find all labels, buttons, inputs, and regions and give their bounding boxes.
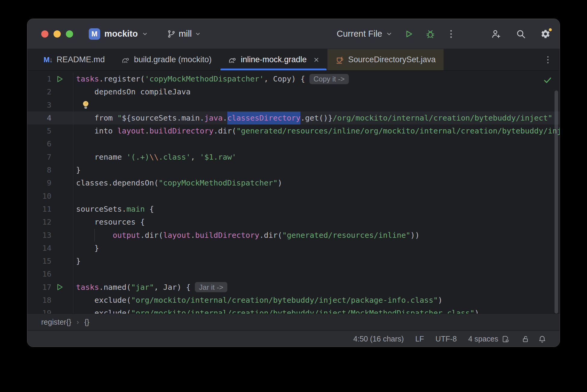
code-line[interactable]: 12 resources { [27, 216, 560, 228]
code-text[interactable]: } [73, 255, 560, 268]
close-tab-button[interactable] [313, 57, 320, 63]
code-line[interactable]: 17tasks.named("jar", Jar) {Jar it -> [27, 281, 560, 294]
code-text[interactable]: resources { [73, 216, 560, 228]
line-number[interactable]: 9 [27, 176, 51, 189]
breadcrumb-item[interactable]: {} [84, 318, 89, 326]
code-line[interactable]: 11sourceSets.main { [27, 203, 560, 216]
indent-widget[interactable]: 4 spaces [468, 335, 498, 343]
line-number[interactable]: 14 [27, 242, 51, 255]
gutter[interactable] [51, 242, 73, 255]
code-line[interactable]: 15} [27, 255, 560, 268]
gutter[interactable] [51, 203, 73, 216]
tab-inline-mock-gradle[interactable]: inline-mock.gradle [220, 49, 327, 70]
inlay-hint-button[interactable]: Copy it -> [309, 74, 349, 84]
code-line[interactable]: 6 [27, 137, 560, 150]
project-selector[interactable]: M mockito [89, 28, 148, 40]
more-actions-button[interactable] [447, 29, 455, 38]
line-number[interactable]: 10 [27, 190, 51, 203]
code-text[interactable]: } [73, 242, 560, 255]
line-ending-widget[interactable]: LF [415, 335, 424, 343]
line-number[interactable]: 17 [27, 281, 51, 294]
code-style-settings-button[interactable] [501, 335, 510, 343]
search-everywhere-button[interactable] [516, 29, 526, 39]
gutter[interactable] [51, 164, 73, 176]
breadcrumb-item[interactable]: register{} [41, 318, 71, 326]
gutter[interactable] [51, 85, 73, 98]
code-line[interactable]: 13 output.dir(layout.buildDirectory.dir(… [27, 229, 560, 242]
line-number[interactable]: 8 [27, 164, 51, 176]
code-line[interactable]: 9classes.dependsOn("copyMockMethodDispat… [27, 176, 560, 189]
line-number[interactable]: 16 [27, 268, 51, 280]
code-text[interactable]: from "${sourceSets.main.java.classesDire… [73, 112, 560, 124]
code-line[interactable]: 10 [27, 190, 560, 203]
close-window-button[interactable] [41, 30, 48, 38]
code-text[interactable]: output.dir(layout.buildDirectory.dir("ge… [73, 229, 560, 242]
code-line[interactable]: 2 dependsOn compileJava [27, 85, 560, 98]
notifications-button[interactable] [538, 335, 546, 343]
code-text[interactable]: dependsOn compileJava [73, 85, 560, 98]
inspections-ok-icon[interactable] [543, 75, 552, 85]
line-number[interactable]: 6 [27, 137, 51, 150]
line-number[interactable]: 19 [27, 307, 51, 314]
line-number[interactable]: 11 [27, 203, 51, 216]
caret-position-widget[interactable]: 4:50 (16 chars) [353, 335, 404, 343]
run-configuration-selector[interactable]: Current File [337, 29, 393, 39]
gutter[interactable] [51, 255, 73, 268]
maximize-window-button[interactable] [66, 30, 73, 38]
line-number[interactable]: 2 [27, 85, 51, 98]
code-line[interactable]: 16 [27, 268, 560, 280]
code-line[interactable]: 4 from "${sourceSets.main.java.classesDi… [27, 112, 560, 124]
minimize-window-button[interactable] [54, 30, 61, 38]
line-number[interactable]: 12 [27, 216, 51, 228]
run-line-icon[interactable] [56, 283, 63, 291]
debug-button[interactable] [426, 29, 435, 39]
tab-sourcedirectoryset-java[interactable]: SourceDirectorySet.java [327, 49, 444, 70]
code-line[interactable]: 7 rename '(.+)\\.class', '$1.raw' [27, 151, 560, 164]
code-line[interactable]: 5 into layout.buildDirectory.dir("genera… [27, 124, 560, 137]
run-line-icon[interactable] [56, 75, 63, 83]
add-user-button[interactable] [491, 29, 501, 39]
code-line[interactable]: 14 } [27, 242, 560, 255]
readonly-toggle-button[interactable] [521, 335, 530, 343]
line-number[interactable]: 1 [27, 72, 51, 85]
gutter[interactable] [51, 72, 73, 85]
code-text[interactable] [73, 100, 560, 110]
vcs-branch-selector[interactable]: mill [167, 29, 201, 39]
tab-build-gradle[interactable]: build.gradle (mockito) [113, 49, 220, 70]
code-text[interactable]: tasks.named("jar", Jar) {Jar it -> [73, 281, 560, 294]
gutter[interactable] [51, 112, 73, 124]
code-text[interactable]: } [73, 164, 560, 176]
run-button[interactable] [404, 29, 413, 38]
gutter[interactable] [51, 294, 73, 307]
gutter[interactable] [51, 99, 73, 112]
code-text[interactable]: exclude("org/mockito/internal/creation/b… [73, 294, 560, 307]
gutter[interactable] [51, 281, 73, 294]
gutter[interactable] [51, 216, 73, 228]
gutter[interactable] [51, 176, 73, 189]
line-number[interactable]: 13 [27, 229, 51, 242]
code-line[interactable]: 1tasks.register('copyMockMethodDispatche… [27, 72, 560, 85]
tab-options-button[interactable] [545, 56, 551, 64]
tab-readme[interactable]: M↓ README.md [36, 49, 113, 70]
code-line[interactable]: 19 exclude("org/mockito/internal/creatio… [27, 307, 560, 314]
code-text[interactable]: sourceSets.main { [73, 203, 560, 216]
line-number[interactable]: 5 [27, 124, 51, 137]
gutter[interactable] [51, 307, 73, 314]
gutter[interactable] [51, 151, 73, 164]
gutter[interactable] [51, 124, 73, 137]
gutter[interactable] [51, 137, 73, 150]
code-text[interactable]: tasks.register('copyMockMethodDispatcher… [73, 72, 560, 85]
line-number[interactable]: 7 [27, 151, 51, 164]
encoding-widget[interactable]: UTF-8 [435, 335, 457, 343]
vertical-scrollbar-thumb[interactable] [555, 90, 558, 314]
intention-bulb-icon[interactable] [82, 100, 89, 110]
code-text[interactable]: classes.dependsOn("copyMockMethodDispatc… [73, 176, 560, 189]
line-number[interactable]: 3 [27, 99, 51, 112]
code-line[interactable]: 8} [27, 164, 560, 176]
inlay-hint-button[interactable]: Jar it -> [195, 282, 228, 292]
code-line[interactable]: 18 exclude("org/mockito/internal/creatio… [27, 294, 560, 307]
code-text[interactable]: exclude("org/mockito/internal/creation/b… [73, 307, 560, 314]
line-number[interactable]: 18 [27, 294, 51, 307]
code-text[interactable]: rename '(.+)\\.class', '$1.raw' [73, 151, 560, 164]
gutter[interactable] [51, 190, 73, 203]
